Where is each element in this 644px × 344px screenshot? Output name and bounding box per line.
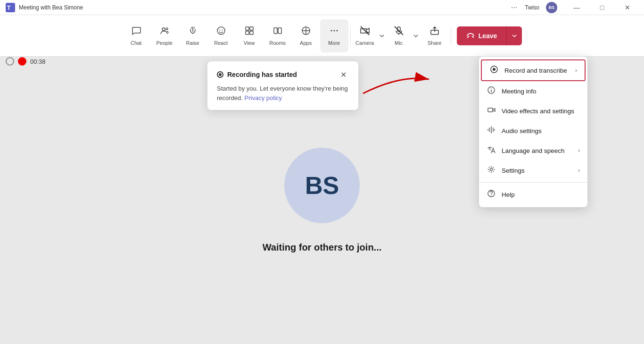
more-icon [329,25,339,38]
more-label: More [328,40,340,46]
notification-title: Recording has started [217,71,297,78]
recording-started-icon [217,71,223,78]
titlebar-title: Meeting with Bea Simone [19,4,511,11]
svg-point-18 [336,30,338,32]
svg-rect-11 [274,28,277,34]
titlebar-avatar: BS [546,2,557,13]
raise-label: Raise [186,40,199,46]
status-circle-icon [6,57,14,66]
mic-dropdown-button[interactable] [411,19,421,52]
titlebar-ellipsis[interactable]: ··· [511,3,517,12]
phone-leave-icon [466,32,475,40]
svg-rect-9 [246,31,249,34]
camera-dropdown-button[interactable] [377,19,387,52]
notification-popup: Recording has started ✕ Started by you. … [207,61,358,110]
menu-item-help[interactable]: Help [479,185,587,204]
language-menu-icon [487,145,496,156]
toolbar: Chat People Raise [0,15,644,57]
view-label: View [244,40,255,46]
menu-item-audio-settings[interactable]: Audio settings [479,121,587,141]
svg-rect-30 [488,108,493,112]
leave-button[interactable]: Leave [457,26,507,45]
menu-item-video-effects[interactable]: Video effects and settings [479,101,587,121]
help-menu-icon [487,189,496,200]
video-effects-menu-icon [487,106,496,116]
titlebar: T Meeting with Bea Simone ··· Twiso BS —… [0,0,644,15]
mic-group: Mic [387,19,421,52]
record-menu-label: Record and transcribe [504,67,567,74]
menu-item-record[interactable]: Record and transcribe › [481,59,586,81]
settings-chevron-icon: › [578,167,580,174]
mic-off-icon [394,25,404,38]
svg-rect-8 [250,27,253,30]
titlebar-username: Twiso [525,4,539,11]
maximize-button[interactable]: □ [591,0,613,15]
svg-point-6 [222,30,223,31]
close-button[interactable]: ✕ [617,0,638,15]
participant-initials: BS [305,171,339,200]
chat-label: Chat [131,40,141,46]
svg-point-29 [491,88,492,89]
toolbar-item-more[interactable]: More [320,19,348,52]
status-bar: 00:38 [6,57,46,66]
react-icon [216,25,226,38]
menu-item-language[interactable]: Language and speech › [479,141,587,160]
notification-close-button[interactable]: ✕ [338,69,349,80]
minimize-button[interactable]: — [566,0,587,15]
chat-icon [131,25,141,38]
view-icon [244,25,255,38]
toolbar-item-share[interactable]: Share [421,19,449,52]
people-label: People [157,40,173,46]
toolbar-item-rooms[interactable]: Rooms [264,19,292,52]
recording-dot-icon [18,57,26,66]
privacy-policy-link[interactable]: Privacy policy [245,94,282,101]
participant-avatar: BS [284,148,360,223]
chevron-down-icon [512,33,517,39]
chevron-down-icon [413,33,419,39]
info-menu-icon [487,86,496,96]
record-chevron-icon: › [575,67,577,74]
toolbar-separator-2 [451,26,451,45]
apps-icon [301,25,311,38]
toolbar-item-chat[interactable]: Chat [122,19,150,52]
menu-divider [479,182,587,183]
settings-label: Settings [502,167,525,174]
leave-label: Leave [479,32,497,40]
toolbar-item-view[interactable]: View [235,19,264,52]
language-chevron-icon: › [578,147,580,154]
raise-icon [188,25,198,38]
apps-label: Apps [300,40,312,46]
svg-rect-10 [250,31,253,34]
mic-button[interactable]: Mic [387,19,411,52]
svg-point-31 [490,168,493,171]
audio-settings-label: Audio settings [502,127,542,134]
rooms-label: Rooms [269,40,286,46]
svg-point-3 [166,28,168,30]
audio-settings-menu-icon [487,126,496,136]
settings-menu-icon [487,165,496,176]
chevron-down-icon [379,33,385,39]
waiting-text: Waiting for others to join... [263,242,382,253]
timer-display: 00:38 [30,58,46,65]
leave-btn-group: Leave [457,26,522,45]
toolbar-item-raise[interactable]: Raise [179,19,207,52]
toolbar-item-react[interactable]: React [207,19,235,52]
toolbar-item-apps[interactable]: Apps [292,19,320,52]
share-label: Share [428,40,441,46]
leave-dropdown-button[interactable] [506,26,522,45]
camera-button[interactable]: Camera [353,19,377,52]
svg-text:T: T [7,5,11,11]
camera-label: Camera [355,40,374,46]
menu-item-settings[interactable]: Settings › [479,160,587,180]
toolbar-item-people[interactable]: People [150,19,179,52]
svg-point-4 [217,27,225,34]
notification-body: Started by you. Let everyone know they'r… [217,84,349,102]
svg-point-26 [493,68,495,71]
react-label: React [214,40,228,46]
menu-item-meeting-info[interactable]: Meeting info [479,81,587,101]
more-dropdown-menu: Record and transcribe › Meeting info Vid… [479,57,587,207]
people-icon [159,25,170,38]
camera-off-icon [360,25,370,38]
teams-logo: T [6,3,15,12]
svg-rect-7 [246,27,249,30]
